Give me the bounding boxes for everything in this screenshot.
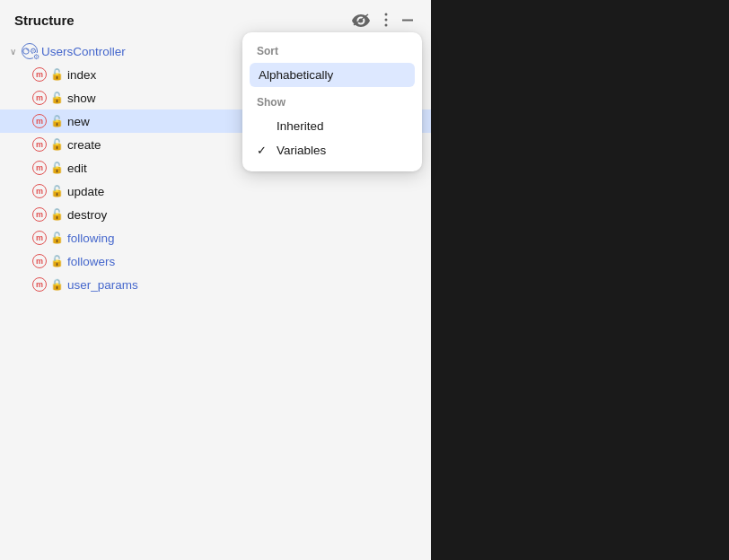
item-name-label: user_params [67, 278, 138, 292]
m-badge-icon: m [32, 254, 47, 268]
public-access-icon: 🔓 [50, 115, 64, 127]
item-name-label: followers [67, 255, 115, 268]
item-name-label: show [67, 92, 96, 105]
m-badge-icon: m [32, 231, 47, 245]
public-access-icon: 🔓 [50, 208, 64, 221]
m-badge-icon: m [32, 91, 47, 105]
eye-button[interactable] [348, 11, 373, 29]
minimize-icon [402, 19, 413, 22]
show-variables-label: Variables [277, 144, 326, 157]
m-badge-icon: m [32, 277, 47, 292]
sort-alphabetically-option[interactable]: Alphabetically [250, 63, 415, 87]
svg-point-2 [385, 19, 388, 22]
tree-item[interactable]: m🔓following [0, 226, 431, 249]
m-badge-icon: m [32, 67, 47, 82]
svg-point-3 [385, 24, 388, 27]
show-inherited-option[interactable]: Inherited [242, 114, 422, 138]
sort-dropdown-popup: Sort Alphabetically Show Inherited ✓ Var… [242, 32, 422, 171]
private-access-icon: 🔒 [50, 278, 64, 291]
item-name-label: edit [67, 162, 87, 175]
public-access-icon: 🔓 [50, 185, 64, 197]
m-badge-icon: m [32, 184, 47, 198]
structure-panel: Structure [0, 0, 431, 560]
item-name-label: following [67, 232, 115, 245]
tree-item[interactable]: m🔓update [0, 179, 431, 203]
black-region [431, 0, 729, 560]
panel-title: Structure [14, 13, 75, 28]
item-name-label: update [67, 185, 104, 198]
item-name-label: index [67, 68, 96, 82]
public-access-icon: 🔓 [50, 92, 64, 104]
m-badge-icon: m [32, 207, 47, 222]
m-badge-icon: m [32, 161, 47, 175]
item-name-label: new [67, 115, 90, 128]
item-name-label: destroy [67, 208, 107, 222]
sort-section-label: Sort [242, 41, 422, 63]
public-access-icon: 🔓 [50, 68, 64, 81]
tree-item[interactable]: m🔓followers [0, 249, 431, 273]
sort-alphabetically-label: Alphabetically [259, 68, 333, 82]
minimize-button[interactable] [399, 17, 417, 23]
tree-item[interactable]: m🔒user_params [0, 273, 431, 296]
m-badge-icon: m [32, 114, 47, 128]
show-inherited-label: Inherited [277, 119, 324, 133]
tree-item[interactable]: m🔓destroy [0, 203, 431, 226]
inherited-checkmark [257, 119, 271, 133]
variables-checkmark: ✓ [257, 144, 271, 157]
public-access-icon: 🔓 [50, 232, 64, 244]
show-variables-option[interactable]: ✓ Variables [242, 138, 422, 162]
header-icons [348, 11, 417, 29]
panel-header: Structure [0, 0, 431, 36]
svg-point-1 [385, 13, 388, 16]
show-section: Show Inherited ✓ Variables [242, 92, 422, 162]
controller-icon: ⚙ [22, 43, 38, 59]
public-access-icon: 🔓 [50, 162, 64, 174]
root-label: UsersController [41, 45, 126, 58]
controller-inner-icon [22, 47, 30, 56]
chevron-icon: ∨ [7, 47, 18, 57]
m-badge-icon: m [32, 137, 47, 152]
eye-icon [352, 13, 370, 27]
public-access-icon: 🔓 [50, 255, 64, 267]
item-name-label: create [67, 138, 101, 152]
show-section-label: Show [242, 92, 422, 114]
more-button[interactable] [381, 11, 391, 29]
public-access-icon: 🔓 [50, 138, 64, 151]
more-icon [384, 13, 388, 27]
